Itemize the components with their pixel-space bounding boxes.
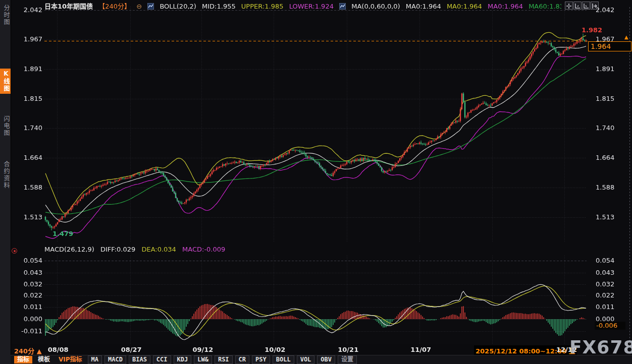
boll-lower-value: LOWER:1.924 [289,3,334,10]
instrument-title: 日本10年期国债 [44,3,93,10]
ma-label[interactable]: MA(0,0,60,0,0) [351,3,400,10]
period-selector[interactable]: 240分 ▲ [14,346,42,355]
indicator-toolbar: 指标模板VIP指标MAMACDBIASCCIKDJLW&RSICRPSYBOLL… [11,355,632,364]
toolbar-button-LW&[interactable]: LW& [194,355,212,364]
toolbar-button-RSI[interactable]: RSI [215,355,233,364]
toolbar-button-指标[interactable]: 指标 [14,356,32,363]
price-tick-right: 1.815 [596,95,614,102]
price-tick-left: 1.513 [11,213,42,221]
date-label-10/02: 10/02 [265,346,285,353]
ma0-magenta-value: MA0:1.964 [488,3,523,10]
date-label-09/12: 09/12 [192,346,213,353]
toolbar-button-CR[interactable]: CR [235,355,249,364]
date-label-11/07: 11/07 [410,346,431,353]
toolbar-button-PSY[interactable]: PSY [252,355,270,364]
price-tick-right: 1.664 [596,154,614,161]
main-chart-canvas[interactable] [0,0,632,364]
macd-last-value-tag: -0.006 [595,322,625,330]
macd-tick-left: 0.032 [11,280,42,288]
macd-tick-right: 0.032 [596,280,614,288]
date-label-10/21: 10/21 [338,346,358,353]
sidebar-tab-4[interactable]: 合约资料 [0,159,11,191]
session-high-label: 1.982 [582,26,602,34]
toolbar-button-设置[interactable]: 设置 [338,355,357,364]
toolbar-button-VIP指标[interactable]: VIP指标 [56,356,85,363]
price-tick-right: 1.740 [596,124,614,132]
toolbar-button-CCI[interactable]: CCI [153,355,171,364]
macd-diff-value: DIFF:0.029 [100,246,135,253]
snap-left-icon[interactable] [573,2,582,10]
indicator-marker-icon[interactable] [12,248,17,254]
price-tick-right: 1.967 [596,35,614,43]
price-tick-left: 1.967 [11,35,42,43]
macd-hist-value: MACD:-0.009 [182,246,225,253]
crosshair-icon[interactable] [565,2,573,10]
macd-params-label[interactable]: MACD(26,12,9) [44,246,94,253]
macd-tick-right: 0.043 [596,269,614,276]
price-tick-left: 1.588 [11,184,42,191]
ma0-white-value: MA0:1.964 [406,3,441,10]
price-tick-right: 1.588 [596,184,614,191]
price-tick-left: 1.740 [11,124,42,132]
price-tick-right: 1.513 [596,213,614,221]
sidebar-tab-2[interactable]: K线图 [0,69,11,94]
macd-tick-right: 0.000 [596,315,614,323]
macd-dea-value: DEA:0.034 [141,246,176,253]
macd-tick-left: 0.000 [11,315,42,323]
boll-label[interactable]: BOLL(20,2) [160,3,196,10]
toolbar-button-OBV[interactable]: OBV [317,355,335,364]
left-sidebar: 分时图K线图闪电图合约资料 [0,0,11,364]
macd-tick-right: 0.011 [596,303,614,311]
price-tick-left: 2.042 [11,6,42,14]
toolbar-button-KDJ[interactable]: KDJ [174,355,192,364]
macd-header: MACD(26,12,9) DIFF:0.029 DEA:0.034 MACD:… [44,246,229,253]
boll-upper-value: UPPER:1.985 [241,3,284,10]
macd-tick-left: -0.011 [11,327,42,335]
range-low-label: 1.479 [52,230,73,237]
price-tick-right: 2.042 [596,6,614,14]
price-tick-left: 1.664 [11,154,42,161]
snap-right-icon[interactable] [582,2,590,10]
ma0-yellow-value: MA0:1.964 [447,3,482,10]
macd-tick-left: 0.043 [11,269,42,276]
toolbar-button-VOL[interactable]: VOL [297,355,315,364]
macd-tick-left: 0.011 [11,303,42,311]
ma60-value: MA60:1.832 [529,3,561,10]
fx678-watermark: FX678 [569,337,632,357]
boll-mid-value: MID:1.955 [202,3,236,10]
chart-header: 日本10年期国债 【240分】 ⊖ BOLL(20,2) MID:1.955 U… [44,1,561,10]
collapse-icon[interactable]: ⊖ [136,3,142,10]
toolbar-button-MACD[interactable]: MACD [104,355,126,364]
price-up-arrow-icon: ▲ [624,34,628,40]
indicator-chart-icon[interactable] [147,3,154,10]
toolbar-button-BOLL[interactable]: BOLL [273,355,294,364]
macd-tick-right: 0.022 [596,291,614,299]
price-tick-left: 1.891 [11,65,42,73]
toolbar-button-BIAS[interactable]: BIAS [129,355,150,364]
sidebar-tab-1[interactable]: 分时图 [0,3,11,27]
sidebar-tab-3[interactable]: 闪电图 [0,114,11,138]
toolbar-button-MA[interactable]: MA [88,355,102,364]
price-tick-right: 1.891 [596,65,614,73]
indicator-chart-icon[interactable] [339,3,346,10]
price-tick-left: 1.815 [11,95,42,102]
toolbar-button-模板[interactable]: 模板 [35,356,53,363]
macd-tick-left: 0.022 [11,291,42,299]
date-label-08/08: 08/08 [48,346,69,353]
date-label-08/27: 08/27 [121,346,142,353]
kline-app-window: 分时图K线图闪电图合约资料 日本10年期国债 【240分】 ⊖ BOLL(20,… [0,0,632,364]
macd-tick-right: 0.054 [596,257,614,264]
period-badge[interactable]: 【240分】 [98,3,131,10]
macd-tick-left: 0.054 [11,257,42,264]
